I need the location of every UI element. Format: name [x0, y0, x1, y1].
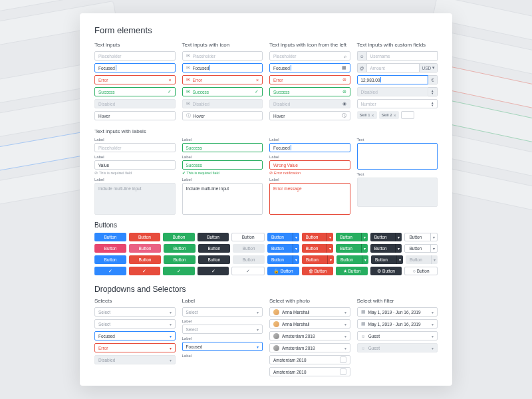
chevron-down-icon[interactable]: ▾ [293, 255, 299, 264]
labeled-value[interactable]: Value [94, 160, 176, 170]
input-left-placeholder[interactable]: Placeholder⌕ [269, 51, 350, 61]
button-green[interactable]: Button [164, 255, 196, 264]
button-green[interactable]: Button [163, 233, 195, 241]
input-username[interactable]: Username [366, 51, 438, 61]
split-button-dark[interactable]: Button▾ [370, 244, 402, 253]
button-blue[interactable]: Button [94, 255, 126, 264]
labeled-wrong[interactable]: Wrong Value [269, 160, 350, 170]
input-left-error[interactable]: Error⊘ [269, 75, 350, 84]
chevron-down-icon[interactable]: ▾ [327, 244, 333, 253]
chevron-down-icon[interactable]: ▾ [361, 233, 368, 241]
labeled-placeholder[interactable]: Placeholder [94, 143, 176, 152]
input-icon-error[interactable]: ✉Error× [182, 75, 263, 84]
textarea-placeholder[interactable]: Include multi-line input [94, 183, 176, 215]
icon-label-button-red[interactable]: 🗑 Button [302, 267, 334, 275]
select-photo-ams-2[interactable]: Amsterdam 2018▾ [269, 343, 350, 352]
split-button-red[interactable]: Button▾ [302, 244, 334, 253]
split-button-white[interactable]: Button▾ [404, 233, 438, 241]
split-button-red[interactable]: Button▾ [302, 233, 334, 241]
select-photo-ams-4[interactable]: Amsterdam 2018 [269, 367, 350, 376]
split-button-green[interactable]: Button▾ [336, 233, 368, 241]
icon-label-button-white[interactable]: ○ Button [404, 267, 438, 275]
split-button-blue[interactable]: Button▾ [267, 233, 299, 241]
chevron-down-icon[interactable]: ▾ [327, 255, 334, 264]
icon-label-button-dark[interactable]: ⚙ Button [370, 267, 402, 275]
labeled-success-2[interactable]: Success [182, 160, 263, 170]
input-icon-focused[interactable]: ✉Focused [182, 63, 263, 72]
input-number-focused[interactable]: 12,983.00 [357, 75, 429, 84]
chevron-down-icon[interactable]: ▾ [362, 255, 368, 264]
input-placeholder[interactable]: Placeholder [94, 51, 176, 61]
chevron-down-icon[interactable]: ▾ [430, 245, 437, 252]
select-placeholder[interactable]: Select▾ [94, 319, 176, 329]
textarea-focused[interactable] [357, 143, 438, 170]
split-button-dark[interactable]: Button▾ [370, 233, 402, 241]
select-guest-1[interactable]: ☺Guest▾ [357, 331, 438, 340]
chevron-down-icon[interactable]: ▾ [430, 233, 437, 241]
chevron-down-icon[interactable]: ▾ [327, 233, 333, 241]
icon-label-button-green[interactable]: ★ Button [336, 267, 368, 275]
split-button-blue[interactable]: Button▾ [267, 255, 299, 264]
split-button-blue[interactable]: Button▾ [267, 244, 299, 253]
textarea-error[interactable]: Error message [269, 183, 350, 215]
select-labeled-2[interactable]: Select▾ [182, 325, 263, 334]
input-icon-success[interactable]: ✉Success✓ [182, 87, 263, 96]
tag-skill1[interactable]: Skill 1× [357, 111, 377, 119]
button-dark[interactable]: Button [198, 233, 229, 241]
labeled-focused[interactable]: Focused [269, 143, 350, 152]
input-icon-hover[interactable]: ⓘHover [182, 111, 263, 120]
textarea-value[interactable]: Include multi-line input [182, 183, 263, 215]
close-icon[interactable]: × [372, 113, 374, 118]
chevron-down-icon[interactable]: ▾ [293, 244, 299, 253]
button-green[interactable]: Button [164, 244, 196, 253]
icon-button-white[interactable]: ✓ [231, 267, 265, 275]
icon-button-green[interactable]: ✓ [163, 267, 195, 275]
select-photo-anna-2[interactable]: Anna Marshall▾ [269, 319, 350, 329]
input-hover[interactable]: Hover [94, 111, 176, 120]
select-photo-ams-3[interactable]: Amsterdam 2018 [269, 355, 350, 364]
select-placeholder[interactable]: Select▾ [94, 307, 176, 317]
input-number[interactable]: Number▴▾ [357, 99, 438, 108]
chevron-down-icon[interactable]: ▾ [395, 244, 402, 253]
input-left-success[interactable]: Success⊘ [269, 87, 350, 96]
icon-label-button-blue[interactable]: 🔒 Button [267, 267, 299, 275]
input-focused[interactable]: Focused [94, 63, 176, 72]
chevron-down-icon[interactable]: ▾ [293, 233, 299, 241]
select-error[interactable]: Error▾ [94, 343, 176, 352]
chevron-down-icon[interactable]: ▾ [361, 244, 368, 253]
button-red[interactable]: Button [129, 255, 161, 264]
currency-select[interactable]: USD ▾ [420, 63, 438, 72]
select-labeled-1[interactable]: Select▾ [182, 307, 263, 317]
button-pink[interactable]: Button [94, 244, 126, 253]
input-success[interactable]: Success✓ [94, 87, 176, 96]
select-daterange-1[interactable]: ▦May 1, 2019 - Jun 16, 2019▾ [357, 307, 438, 317]
labeled-success-1[interactable]: Success [182, 143, 263, 152]
close-icon[interactable]: × [394, 113, 396, 118]
input-left-focused[interactable]: Focused▦ [269, 63, 350, 72]
select-focused[interactable]: Focused▾ [94, 331, 176, 340]
icon-button-blue[interactable]: ✓ [94, 267, 126, 275]
chevron-down-icon[interactable]: ▾ [395, 233, 402, 241]
input-amount[interactable]: Amount [366, 63, 420, 72]
tag-input-row[interactable]: Skill 1× Skill 2× [357, 111, 438, 119]
tag-skill2[interactable]: Skill 2× [379, 111, 399, 119]
split-button-dark[interactable]: Button▾ [371, 255, 403, 264]
button-dark[interactable]: Button [198, 255, 230, 264]
split-button-white[interactable]: Button▾ [404, 244, 438, 253]
button-dark[interactable]: Button [198, 244, 230, 253]
select-daterange-2[interactable]: ▦May 1, 2019 - Jun 16, 2019▾ [357, 319, 438, 329]
button-pink-hover[interactable]: Button [129, 244, 161, 253]
button-red[interactable]: Button [129, 233, 161, 241]
split-button-green[interactable]: Button▾ [336, 244, 368, 253]
button-blue[interactable]: Button [94, 233, 126, 241]
select-photo-ams-1[interactable]: Amsterdam 2018▾ [269, 331, 350, 340]
stepper-icon[interactable]: ▴▾ [432, 101, 434, 106]
chevron-down-icon[interactable]: ▾ [396, 255, 403, 264]
tag-input[interactable] [401, 111, 414, 119]
select-labeled-focused[interactable]: Focused▾ [182, 342, 263, 351]
button-white[interactable]: Button [231, 233, 265, 241]
icon-button-red[interactable]: ✓ [129, 267, 161, 275]
input-left-hover[interactable]: Hoverⓘ [269, 111, 350, 120]
split-button-red[interactable]: Button▾ [302, 255, 334, 264]
icon-button-dark[interactable]: ✓ [198, 267, 229, 275]
